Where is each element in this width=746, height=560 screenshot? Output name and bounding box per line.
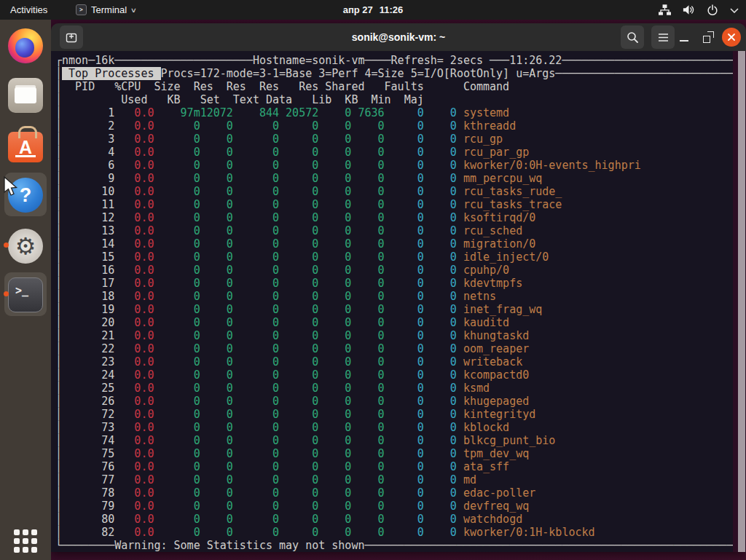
- clock-time: 11:26: [380, 4, 404, 15]
- process-row: │ 24 0.0 0 0 0 0 0 0 0 0 kcompactd0 │: [55, 368, 746, 382]
- process-row: │ 11 0.0 0 0 0 0 0 0 0 0 rcu_tasks_trace…: [55, 198, 746, 211]
- process-row: │ 73 0.0 0 0 0 0 0 0 0 0 kblockd │: [55, 421, 746, 434]
- app-menu-terminal[interactable]: > Terminal ∨: [76, 0, 136, 20]
- nmon-clock: 11:26.22: [509, 54, 562, 67]
- hamburger-icon: [658, 33, 669, 42]
- chevron-down-icon: ∨: [130, 7, 137, 14]
- process-row: │ 20 0.0 0 0 0 0 0 0 0 0 kauditd │: [55, 316, 746, 329]
- close-button[interactable]: [722, 28, 741, 47]
- dock-item-files[interactable]: [0, 74, 51, 117]
- process-row: │ 16 0.0 0 0 0 0 0 0 0 0 cpuhp/0 │: [55, 264, 746, 277]
- menu-button[interactable]: [651, 25, 675, 49]
- process-row: │ 17 0.0 0 0 0 0 0 0 0 0 kdevtmpfs │: [55, 277, 746, 290]
- volume-icon: [683, 4, 695, 15]
- search-icon: [627, 31, 639, 44]
- system-tray[interactable]: [659, 0, 739, 20]
- chevron-down-icon: [730, 7, 739, 13]
- process-row: │ 19 0.0 0 0 0 0 0 0 0 0 inet_frag_wq │: [55, 303, 746, 316]
- process-row: │ 77 0.0 0 0 0 0 0 0 0 0 md │: [55, 473, 746, 486]
- app-menu-label: Terminal: [91, 4, 127, 15]
- dock-item-firefox[interactable]: [0, 24, 51, 68]
- process-row: │ 76 0.0 0 0 0 0 0 0 0 0 ata_sff │: [55, 460, 746, 473]
- process-row: │ 78 0.0 0 0 0 0 0 0 0 0 edac-poller │: [55, 486, 746, 500]
- nmon-version: nmon─16k: [62, 54, 114, 67]
- process-row: │ 80 0.0 0 0 0 0 0 0 0 0 watchdogd │: [55, 513, 746, 526]
- power-icon: [707, 4, 718, 16]
- clock-date: апр 27: [343, 4, 373, 15]
- process-row: │ 1 0.0 97m12072 844 20572 0 7636 0 0 sy…: [55, 106, 746, 119]
- new-tab-button[interactable]: [60, 25, 83, 49]
- dock-item-help[interactable]: ?: [0, 173, 51, 217]
- dock-item-ubuntu-software[interactable]: A: [0, 123, 51, 167]
- nmon-refresh: Refresh= 2secs: [391, 54, 483, 67]
- process-row: │ 21 0.0 0 0 0 0 0 0 0 0 khungtaskd │: [55, 329, 746, 342]
- firefox-icon: [8, 28, 43, 63]
- process-row: │ 9 0.0 0 0 0 0 0 0 0 0 mm_percpu_wq │: [55, 172, 746, 185]
- nmon-footer-line: └────────Warning: Some Statistics may no…: [55, 539, 746, 552]
- process-row: │ 82 0.0 0 0 0 0 0 0 0 0 kworker/0:1H-kb…: [55, 526, 746, 539]
- nmon-hostname: Hostname=sonik-vm: [253, 54, 365, 67]
- nmon-section-label: Top Processes: [62, 67, 160, 80]
- gear-icon: ⚙: [8, 229, 43, 264]
- top-bar: Activities > Terminal ∨ апр 27 11:26: [0, 0, 746, 20]
- process-row: │ 72 0.0 0 0 0 0 0 0 0 0 kintegrityd │: [55, 408, 746, 421]
- process-row: │ 15 0.0 0 0 0 0 0 0 0 0 idle_inject/0 │: [55, 251, 746, 264]
- terminal-window: sonik@sonik-vm: ~: [51, 23, 746, 552]
- process-row: │ 13 0.0 0 0 0 0 0 0 0 0 rcu_sched │: [55, 224, 746, 237]
- nmon-warning: Warning: Some Statistics may not shown: [114, 539, 364, 552]
- process-row: │ 26 0.0 0 0 0 0 0 0 0 0 khugepaged │: [55, 395, 746, 408]
- process-row: │ 3 0.0 0 0 0 0 0 0 0 0 rcu_gp │: [55, 133, 746, 146]
- search-button[interactable]: [621, 25, 644, 49]
- process-row: │ 23 0.0 0 0 0 0 0 0 0 0 writeback │: [55, 355, 746, 368]
- terminal-screen[interactable]: ┌nmon─16k─────────────────────Hostname=s…: [51, 51, 746, 552]
- ubuntu-software-icon: A: [8, 132, 43, 162]
- nmon-top-border-line: ┌nmon─16k─────────────────────Hostname=s…: [55, 54, 746, 67]
- nmon-procs-info: Procs=172-mode=3-1=Base 3=Perf 4=Size 5=…: [161, 67, 556, 80]
- scrollbar-track: [733, 51, 746, 552]
- nmon-table-header-1: │ PID %CPU Size Res Res Res Res Shared F…: [55, 80, 746, 93]
- process-row: │ 79 0.0 0 0 0 0 0 0 0 0 devfreq_wq │: [55, 500, 746, 513]
- window-headerbar[interactable]: sonik@sonik-vm: ~: [51, 23, 746, 51]
- settings-running-dot: [4, 242, 9, 248]
- nmon-output: ┌nmon─16k─────────────────────Hostname=s…: [55, 54, 746, 552]
- files-icon: [8, 78, 43, 113]
- activities-button[interactable]: Activities: [0, 0, 58, 20]
- restore-button[interactable]: [701, 30, 715, 44]
- scrollbar-thumb[interactable]: [738, 51, 745, 552]
- process-row: │ 22 0.0 0 0 0 0 0 0 0 0 oom_reaper │: [55, 342, 746, 355]
- process-row: │ 10 0.0 0 0 0 0 0 0 0 0 rcu_tasks_rude_…: [55, 185, 746, 198]
- help-icon: ?: [8, 178, 43, 213]
- process-row: │ 25 0.0 0 0 0 0 0 0 0 0 ksmd │: [55, 382, 746, 395]
- nmon-section-line: │ Top Processes Procs=172-mode=3-1=Base …: [55, 67, 746, 80]
- process-row: │ 4 0.0 0 0 0 0 0 0 0 0 rcu_par_gp │: [55, 146, 746, 159]
- process-row: │ 14 0.0 0 0 0 0 0 0 0 0 migration/0 │: [55, 237, 746, 251]
- process-row: │ 18 0.0 0 0 0 0 0 0 0 0 netns │: [55, 290, 746, 303]
- dock: A ? ⚙ >_: [0, 20, 51, 560]
- new-tab-icon: [64, 30, 79, 44]
- process-row: │ 6 0.0 0 0 0 0 0 0 0 0 kworker/0:0H-eve…: [55, 159, 746, 172]
- network-icon: [659, 4, 671, 15]
- terminal-app-icon: >: [76, 4, 87, 15]
- process-row: │ 75 0.0 0 0 0 0 0 0 0 0 tpm_dev_wq │: [55, 447, 746, 460]
- terminal-icon: >_: [8, 277, 43, 312]
- minimize-icon: [680, 40, 688, 42]
- close-icon: [727, 33, 736, 42]
- terminal-running-dot: [4, 291, 9, 296]
- show-applications-button[interactable]: [14, 529, 37, 553]
- process-row: │ 12 0.0 0 0 0 0 0 0 0 0 ksoftirqd/0 │: [55, 211, 746, 224]
- process-row: │ 74 0.0 0 0 0 0 0 0 0 0 blkcg_punt_bio …: [55, 434, 746, 447]
- nmon-table-header-2: │ Used KB Set Text Data Lib KB Min Maj │: [55, 93, 746, 106]
- process-row: │ 2 0.0 0 0 0 0 0 0 0 0 kthreadd │: [55, 119, 746, 133]
- minimize-button[interactable]: [675, 25, 694, 49]
